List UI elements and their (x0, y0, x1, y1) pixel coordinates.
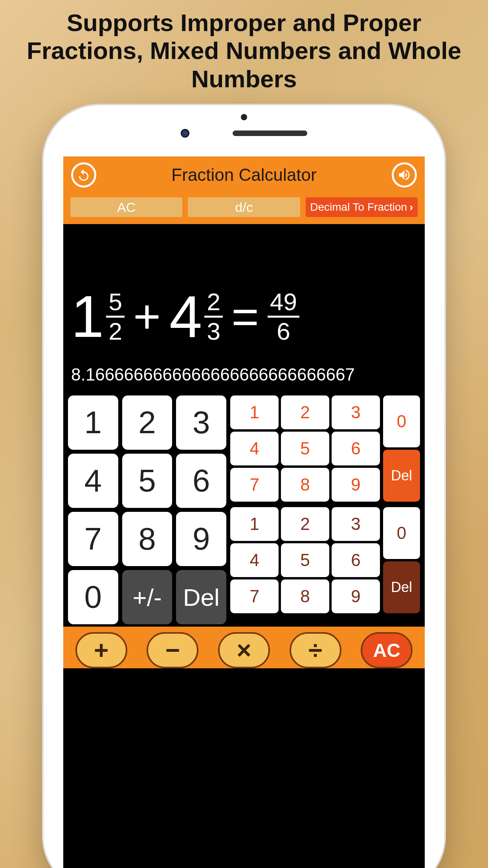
app-screen: Fraction Calculator AC d/c Decimal To Fr… (63, 156, 425, 868)
operator-plus: + (129, 289, 165, 344)
denom-key-8[interactable]: 8 (281, 579, 329, 613)
numer-key-3[interactable]: 3 (332, 395, 380, 429)
sub-toolbar: AC d/c Decimal To Fraction › (63, 193, 425, 224)
key-6[interactable]: 6 (176, 454, 226, 508)
promo-headline: Supports Improper and Proper Fractions, … (0, 0, 488, 93)
key-del[interactable]: Del (176, 570, 226, 624)
decimal-to-fraction-button[interactable]: Decimal To Fraction › (306, 197, 418, 217)
result-denominator: 6 (277, 318, 290, 344)
sensor-dot (241, 114, 247, 120)
speaker-grille (233, 131, 307, 136)
chevron-right-icon: › (409, 201, 413, 213)
op-times[interactable]: × (218, 632, 270, 668)
key-2[interactable]: 2 (122, 395, 172, 450)
numerator-pad: 1 2 3 4 5 6 7 8 9 0 Del (230, 395, 420, 502)
dc-toolbar-button[interactable]: d/c (188, 197, 300, 217)
result-numerator: 49 (268, 290, 299, 318)
equals-sign: = (227, 289, 263, 344)
key-1[interactable]: 1 (68, 395, 118, 450)
term-1-whole: 1 (71, 287, 104, 346)
numer-key-6[interactable]: 6 (332, 432, 380, 465)
equation: 1 5 2 + 4 2 3 = 49 (71, 287, 417, 346)
decimal-result: 8.1666666666666666666666666667 (71, 365, 417, 384)
numer-key-0[interactable]: 0 (383, 395, 420, 447)
denom-key-5[interactable]: 5 (281, 543, 329, 577)
keypads: 1 2 3 4 5 6 7 8 9 0 +/- Del 1 2 3 (63, 388, 425, 627)
denom-key-1[interactable]: 1 (230, 507, 279, 541)
numer-key-1[interactable]: 1 (230, 395, 279, 429)
denom-key-2[interactable]: 2 (281, 507, 329, 541)
ac-toolbar-button[interactable]: AC (70, 197, 182, 217)
display-area: 1 5 2 + 4 2 3 = 49 (63, 224, 425, 388)
term-1-denominator: 2 (108, 318, 122, 344)
denom-key-6[interactable]: 6 (332, 543, 380, 577)
term-1: 1 5 2 (71, 287, 125, 346)
key-3[interactable]: 3 (176, 395, 226, 450)
term-2-numerator: 2 (204, 290, 222, 318)
key-7[interactable]: 7 (68, 512, 118, 566)
numer-key-8[interactable]: 8 (281, 468, 329, 502)
numer-key-9[interactable]: 9 (332, 468, 380, 502)
key-4[interactable]: 4 (68, 454, 118, 508)
sound-icon[interactable] (392, 162, 417, 188)
key-8[interactable]: 8 (122, 512, 172, 566)
key-5[interactable]: 5 (122, 454, 172, 508)
numer-key-del[interactable]: Del (383, 450, 420, 502)
denom-key-0[interactable]: 0 (383, 507, 420, 559)
key-9[interactable]: 9 (176, 512, 226, 566)
header-title: Fraction Calculator (96, 165, 392, 185)
numer-key-7[interactable]: 7 (230, 468, 279, 502)
camera-dot (181, 129, 189, 138)
denom-key-del[interactable]: Del (383, 561, 420, 613)
numer-key-4[interactable]: 4 (230, 432, 279, 465)
op-ac[interactable]: AC (361, 632, 413, 668)
denominator-pad: 1 2 3 4 5 6 7 8 9 0 Del (230, 507, 420, 613)
whole-number-pad: 1 2 3 4 5 6 7 8 9 0 +/- Del (68, 395, 226, 624)
op-plus[interactable]: + (75, 632, 127, 668)
result: 49 6 (268, 290, 299, 344)
term-2: 4 2 3 (169, 287, 223, 346)
reset-icon[interactable] (71, 162, 96, 188)
numer-key-5[interactable]: 5 (281, 432, 329, 465)
numer-key-2[interactable]: 2 (281, 395, 329, 429)
decimal-to-fraction-label: Decimal To Fraction (310, 201, 407, 213)
key-sign[interactable]: +/- (122, 570, 172, 624)
term-2-denominator: 3 (207, 318, 220, 344)
denom-key-4[interactable]: 4 (230, 543, 279, 577)
fraction-pads: 1 2 3 4 5 6 7 8 9 0 Del (230, 395, 420, 624)
op-divide[interactable]: ÷ (290, 632, 341, 668)
denom-key-3[interactable]: 3 (332, 507, 380, 541)
operator-row: + − × ÷ AC (63, 627, 425, 668)
term-1-numerator: 5 (106, 290, 124, 318)
op-minus[interactable]: − (147, 632, 198, 668)
term-2-whole: 4 (169, 287, 202, 346)
denom-key-9[interactable]: 9 (332, 579, 380, 613)
phone-frame: Fraction Calculator AC d/c Decimal To Fr… (44, 105, 444, 868)
denom-key-7[interactable]: 7 (230, 579, 279, 613)
key-0[interactable]: 0 (68, 570, 118, 624)
app-header: Fraction Calculator (63, 156, 425, 193)
